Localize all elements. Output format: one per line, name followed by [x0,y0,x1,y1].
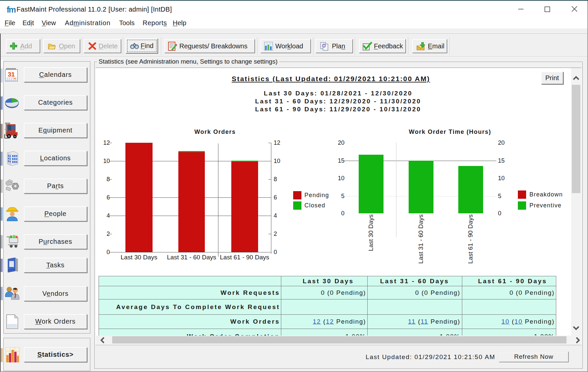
svg-text:31: 31 [8,71,15,78]
